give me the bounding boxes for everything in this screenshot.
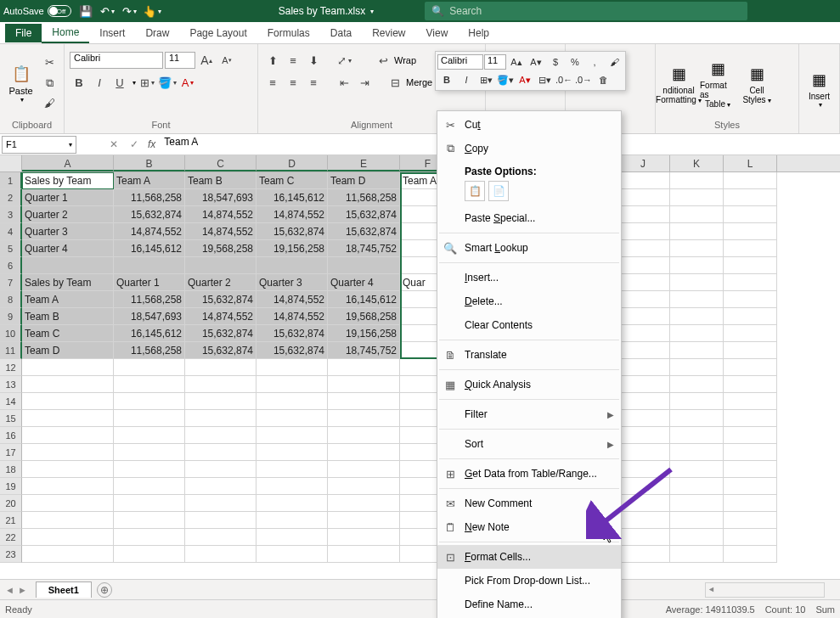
cell[interactable] (328, 376, 400, 393)
col-header-A[interactable]: A (22, 155, 114, 171)
cell[interactable]: 15,632,874 (328, 206, 400, 223)
cell[interactable] (114, 393, 185, 410)
cell[interactable]: Quarter 3 (257, 274, 328, 291)
cell[interactable]: 16,145,612 (328, 291, 400, 308)
cell[interactable] (114, 529, 185, 546)
cell[interactable] (724, 546, 777, 563)
cell[interactable] (617, 444, 670, 461)
cell[interactable]: 14,874,552 (257, 308, 328, 325)
cell[interactable] (257, 376, 328, 393)
cell[interactable] (185, 461, 257, 478)
row-header[interactable]: 12 (0, 359, 22, 376)
cell[interactable] (617, 512, 670, 529)
col-header-J[interactable]: J (617, 155, 670, 171)
cell[interactable] (22, 393, 114, 410)
row-header[interactable]: 18 (0, 461, 22, 478)
cell[interactable]: 11,568,258 (114, 342, 185, 359)
cut-icon[interactable]: ✂ (40, 53, 59, 72)
cell[interactable]: Quarter 2 (22, 206, 114, 223)
mini-bold-button[interactable]: B (437, 71, 456, 88)
paste-option[interactable]: 📄 (488, 181, 509, 201)
cell[interactable] (257, 478, 328, 495)
cell[interactable] (617, 393, 670, 410)
cell[interactable] (670, 393, 724, 410)
paste-button[interactable]: 📋 Paste ▾ (5, 53, 37, 113)
cell[interactable] (670, 546, 724, 563)
name-box[interactable]: F1▾ (2, 136, 76, 154)
row-header[interactable]: 23 (0, 546, 22, 563)
sheet-prev-icon[interactable]: ◄ (5, 585, 14, 595)
fx-icon[interactable]: fx (144, 138, 159, 150)
autosave-toggle[interactable]: AutoSave Off (3, 5, 71, 17)
underline-button[interactable]: U (110, 73, 129, 92)
cell[interactable] (724, 342, 777, 359)
redo-icon[interactable]: ↷▾ (122, 3, 138, 19)
cell[interactable] (22, 257, 114, 274)
cell[interactable] (670, 257, 724, 274)
cell[interactable] (670, 206, 724, 223)
cell[interactable] (724, 427, 777, 444)
cell[interactable] (670, 308, 724, 325)
cell[interactable] (670, 495, 724, 512)
menu-item-pick-from-drop-down-list[interactable]: Pick From Drop-down List... (437, 569, 621, 593)
cell[interactable] (22, 444, 114, 461)
col-header-E[interactable]: E (328, 155, 400, 171)
cell[interactable]: 14,874,552 (257, 291, 328, 308)
cell[interactable]: 19,568,258 (185, 240, 257, 257)
mini-decrease-font-icon[interactable]: A▾ (527, 53, 545, 70)
cell[interactable] (724, 223, 777, 240)
cell[interactable] (617, 308, 670, 325)
mini-comma-icon[interactable]: , (585, 53, 604, 70)
cell[interactable]: Sales by Team (22, 172, 114, 189)
row-header[interactable]: 22 (0, 529, 22, 546)
mini-clear-icon[interactable]: 🗑 (594, 71, 612, 88)
menu-item-sort[interactable]: Sort▶ (437, 432, 621, 456)
row-header[interactable]: 15 (0, 410, 22, 427)
cell[interactable] (724, 240, 777, 257)
cell[interactable] (114, 410, 185, 427)
save-icon[interactable]: 💾 (78, 3, 93, 19)
cell[interactable] (114, 461, 185, 478)
cell[interactable] (114, 427, 185, 444)
cell[interactable] (257, 393, 328, 410)
cell[interactable]: Team B (185, 172, 257, 189)
mini-dec-decimal-icon[interactable]: .0→ (574, 71, 593, 88)
menu-item-paste-special[interactable]: Paste Special... (437, 206, 621, 230)
col-header-C[interactable]: C (185, 155, 257, 171)
merge-icon[interactable]: ⊟ (386, 73, 404, 92)
mini-size-select[interactable]: 11 (484, 54, 506, 70)
cell[interactable] (22, 529, 114, 546)
cell[interactable]: 16,145,612 (257, 189, 328, 206)
cell[interactable] (617, 342, 670, 359)
menu-item-cut[interactable]: ✂Cut (437, 113, 621, 137)
spreadsheet-grid[interactable]: ABCDEFGHIJKL 1Sales by TeamTeam ATeam BT… (0, 155, 840, 571)
cell[interactable] (22, 376, 114, 393)
cell[interactable] (617, 325, 670, 342)
menu-item-delete[interactable]: Delete... (437, 289, 621, 313)
row-header[interactable]: 10 (0, 325, 22, 342)
cell[interactable] (617, 206, 670, 223)
cell[interactable]: 14,874,552 (114, 223, 185, 240)
bold-button[interactable]: B (70, 73, 88, 92)
align-top-icon[interactable]: ⬆ (263, 51, 282, 70)
file-name[interactable]: Sales by Team.xlsx▾ (279, 5, 375, 17)
cell[interactable] (328, 393, 400, 410)
mini-merge-icon[interactable]: ⊟▾ (535, 71, 554, 88)
cell[interactable] (185, 427, 257, 444)
row-header[interactable]: 17 (0, 444, 22, 461)
font-size-select[interactable]: 11 (165, 52, 195, 69)
cell[interactable] (185, 478, 257, 495)
cell[interactable] (114, 546, 185, 563)
cell[interactable] (617, 461, 670, 478)
format-as-table-button[interactable]: ▦ Format as Table▾ (700, 53, 736, 113)
cell[interactable] (328, 512, 400, 529)
cancel-formula-icon[interactable]: ✕ (104, 136, 124, 154)
cell[interactable]: Team A (22, 291, 114, 308)
cell[interactable]: Quarter 4 (22, 240, 114, 257)
decrease-font-icon[interactable]: A▾ (217, 51, 236, 70)
row-header[interactable]: 19 (0, 478, 22, 495)
cell[interactable]: 15,632,874 (185, 342, 257, 359)
cell[interactable] (185, 257, 257, 274)
cell[interactable] (22, 478, 114, 495)
menu-item-define-name[interactable]: Define Name... (437, 593, 621, 616)
